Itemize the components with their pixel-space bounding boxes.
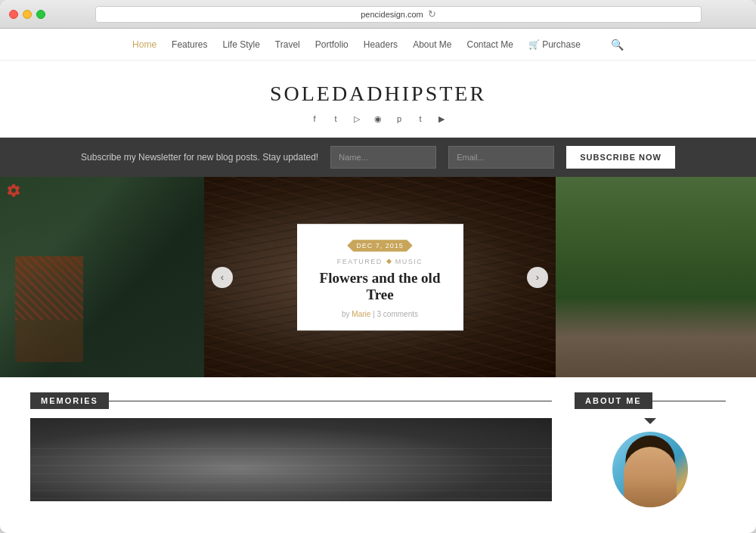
slide-center: ‹ › DEC 7, 2015 FEATURED MUSIC Flowers a…	[204, 177, 556, 377]
refresh-icon[interactable]: ↻	[428, 8, 436, 20]
search-icon[interactable]: 🔍	[611, 39, 624, 51]
slide-post-title[interactable]: Flowers and the old Tree	[318, 270, 442, 305]
site-navigation: Home Features Life Style Travel Portfoli…	[0, 29, 756, 60]
nav-home[interactable]: Home	[132, 39, 156, 50]
url-text: pencidesign.com	[361, 10, 423, 19]
bottom-sections: MEMORIES ABOUT ME	[0, 377, 756, 522]
person-blanket-graphic	[15, 256, 83, 362]
subscribe-button[interactable]: SUBSCRIBE NOW	[566, 146, 675, 169]
site-logo: SOLEDADHIPSTER	[0, 82, 756, 106]
close-button[interactable]	[9, 10, 18, 19]
memories-section: MEMORIES	[30, 392, 552, 507]
logo-section: SOLEDADHIPSTER f t ▷ ◉ p t ▶	[0, 60, 756, 138]
nav-features[interactable]: Features	[172, 39, 207, 50]
about-title: ABOUT ME	[575, 392, 652, 409]
browser-content: Home Features Life Style Travel Portfoli…	[0, 29, 756, 533]
featured-slider: ‹ › DEC 7, 2015 FEATURED MUSIC Flowers a…	[0, 177, 756, 377]
browser-window: pencidesign.com ↻ Home Features Life Sty…	[0, 0, 756, 533]
maximize-button[interactable]	[36, 10, 45, 19]
facebook-icon[interactable]: f	[308, 112, 321, 126]
slide-comments-count[interactable]: 3 comments	[377, 310, 418, 318]
twitter-icon[interactable]: t	[329, 112, 342, 126]
slider-prev-button[interactable]: ‹	[212, 267, 233, 288]
instagram-icon[interactable]: ◉	[371, 112, 385, 126]
slide-right-image	[556, 177, 756, 377]
address-bar[interactable]: pencidesign.com ↻	[95, 6, 702, 23]
browser-titlebar: pencidesign.com ↻	[0, 0, 756, 29]
slide-categories: FEATURED MUSIC	[318, 258, 442, 265]
staircase-graphic	[30, 441, 552, 501]
logo-brand2: HIPSTER	[385, 82, 487, 105]
minimize-button[interactable]	[23, 10, 32, 19]
about-section: ABOUT ME	[575, 392, 726, 507]
about-image-wrapper	[575, 432, 726, 507]
nav-lifestyle[interactable]: Life Style	[222, 39, 259, 50]
nav-purchase[interactable]: 🛒 Purchase	[528, 39, 581, 50]
nav-travel[interactable]: Travel	[275, 39, 300, 50]
rss-icon[interactable]: ▶	[435, 112, 448, 126]
memories-header: MEMORIES	[30, 392, 552, 409]
newsletter-email-input[interactable]	[448, 146, 554, 169]
nav-portfolio[interactable]: Portfolio	[315, 39, 349, 50]
social-links: f t ▷ ◉ p t ▶	[0, 112, 756, 126]
slide-by-label: by	[342, 310, 350, 318]
slider-next-button[interactable]: ›	[527, 267, 548, 288]
newsletter-text: Subscribe my Newsletter for new blog pos…	[81, 152, 318, 163]
about-chevron-icon	[644, 418, 656, 424]
slide-left	[0, 177, 204, 377]
memories-title: MEMORIES	[30, 392, 109, 409]
nav-links-container: Home Features Life Style Travel Portfoli…	[132, 39, 624, 51]
newsletter-bar: Subscribe my Newsletter for new blog pos…	[0, 138, 756, 177]
nav-headers[interactable]: Headers	[364, 39, 398, 50]
about-profile-image	[612, 432, 688, 507]
slide-left-image	[0, 177, 204, 377]
slide-date-badge: DEC 7, 2015	[347, 240, 413, 252]
slide-right	[556, 177, 756, 377]
about-header: ABOUT ME	[575, 392, 726, 409]
nav-about[interactable]: About Me	[413, 39, 451, 50]
memories-header-line	[109, 401, 552, 401]
slide-category-1: FEATURED	[337, 258, 383, 265]
memories-image	[30, 418, 552, 501]
pinterest-icon[interactable]: p	[392, 112, 406, 126]
newsletter-name-input[interactable]	[330, 146, 436, 169]
gear-icon[interactable]	[6, 183, 21, 201]
about-face-graphic	[624, 447, 677, 507]
youtube-icon[interactable]: ▷	[350, 112, 364, 126]
tumblr-icon[interactable]: t	[414, 112, 427, 126]
slide-info-card: DEC 7, 2015 FEATURED MUSIC Flowers and t…	[297, 224, 463, 331]
slide-author-link[interactable]: Marie	[352, 310, 370, 318]
about-header-line	[652, 401, 726, 401]
logo-brand1: SOLEDAD	[270, 82, 385, 105]
nav-contact[interactable]: Contact Me	[467, 39, 513, 50]
slide-category-2: MUSIC	[395, 258, 423, 265]
category-dot	[386, 259, 392, 264]
slide-meta: by Marie | 3 comments	[318, 310, 442, 318]
